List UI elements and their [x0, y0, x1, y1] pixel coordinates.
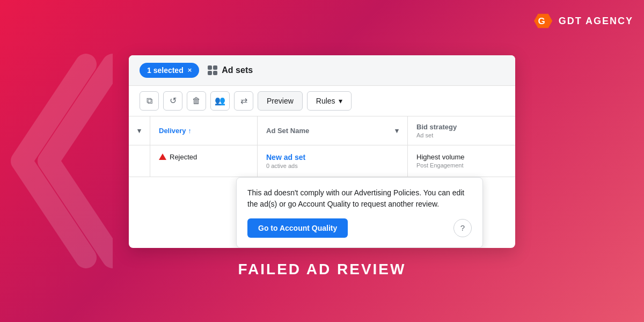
- trash-icon: 🗑: [192, 96, 201, 106]
- th-adsetname[interactable]: Ad Set Name ▾: [258, 116, 408, 145]
- logo-icon: G: [534, 11, 554, 31]
- help-icon: ?: [460, 223, 465, 232]
- rules-button[interactable]: Rules ▾: [307, 91, 352, 111]
- adsetname-header-label: Ad Set Name: [266, 127, 309, 135]
- close-icon[interactable]: ×: [188, 66, 192, 74]
- rejected-triangle-icon: [159, 153, 166, 160]
- popup-text: This ad doesn't comply with our Advertis…: [247, 187, 472, 210]
- goto-account-quality-button[interactable]: Go to Account Quality: [247, 218, 348, 238]
- people-icon: 👥: [215, 96, 225, 106]
- bid-strategy-value: Highest volume: [416, 153, 465, 161]
- grid-icon: [208, 65, 217, 75]
- export-icon: ⇄: [240, 96, 247, 106]
- main-card: 1 selected × Ad sets ⧉ ↺ 🗑 👥: [129, 55, 515, 248]
- toolbar: ⧉ ↺ 🗑 👥 ⇄ Preview Rules ▾: [129, 86, 515, 116]
- ad-sets-label: Ad sets: [208, 65, 253, 75]
- card-wrapper: 1 selected × Ad sets ⧉ ↺ 🗑 👥: [129, 55, 515, 278]
- th-delivery[interactable]: Delivery ↑: [150, 116, 258, 145]
- footer-title: FAILED AD REVIEW: [238, 261, 406, 278]
- td-checkbox: [129, 145, 150, 177]
- rejected-label: Rejected: [170, 153, 197, 161]
- sort-adset-icon: ▾: [395, 127, 399, 135]
- bid-strategy-header-label: Bid strategy: [416, 123, 457, 131]
- preview-button[interactable]: Preview: [258, 91, 303, 111]
- ad-set-link[interactable]: New ad set: [266, 153, 305, 162]
- copy-button[interactable]: ⧉: [140, 91, 159, 111]
- rules-label: Rules: [316, 97, 335, 105]
- export-button[interactable]: ⇄: [234, 91, 253, 111]
- table-area: ▾ Delivery ↑ Ad Set Name ▾ Bid strategy …: [129, 116, 515, 177]
- undo-icon: ↺: [170, 96, 177, 106]
- delete-button[interactable]: 🗑: [187, 91, 206, 111]
- rejected-badge: Rejected: [159, 153, 197, 161]
- td-delivery: Rejected: [150, 145, 258, 177]
- ad-set-sub: 0 active ads: [266, 163, 298, 169]
- th-bidstrategy: Bid strategy Ad set: [408, 116, 515, 145]
- logo: G GDT AGENCY: [534, 11, 633, 31]
- help-button[interactable]: ?: [453, 219, 472, 237]
- bid-strategy-sub: Post Engagement: [416, 162, 463, 169]
- top-bar: 1 selected × Ad sets: [129, 55, 515, 86]
- people-button[interactable]: 👥: [210, 91, 230, 111]
- copy-icon: ⧉: [147, 96, 152, 106]
- th-checkbox: ▾: [129, 116, 150, 145]
- td-adsetname: New ad set 0 active ads: [258, 145, 408, 177]
- chevron-down-icon: ▾: [339, 97, 342, 105]
- logo-text: GDT AGENCY: [559, 16, 633, 27]
- popup-actions: Go to Account Quality ?: [247, 218, 472, 238]
- bid-strategy-header-sub: Ad set: [416, 132, 457, 138]
- selected-count-label: 1 selected: [147, 66, 184, 75]
- table-header: ▾ Delivery ↑ Ad Set Name ▾ Bid strategy …: [129, 116, 515, 145]
- table-row: Rejected New ad set 0 active ads Highest…: [129, 145, 515, 177]
- selected-pill[interactable]: 1 selected ×: [140, 63, 199, 78]
- delivery-header-label: Delivery ↑: [159, 127, 192, 135]
- ad-sets-text: Ad sets: [222, 65, 253, 75]
- svg-text:G: G: [538, 16, 545, 26]
- decorative-chevron: [5, 54, 113, 268]
- sort-icon: ▾: [137, 127, 141, 135]
- undo-button[interactable]: ↺: [163, 91, 182, 111]
- popup-tooltip: This ad doesn't comply with our Advertis…: [236, 177, 483, 248]
- td-bidstrategy: Highest volume Post Engagement: [408, 145, 515, 177]
